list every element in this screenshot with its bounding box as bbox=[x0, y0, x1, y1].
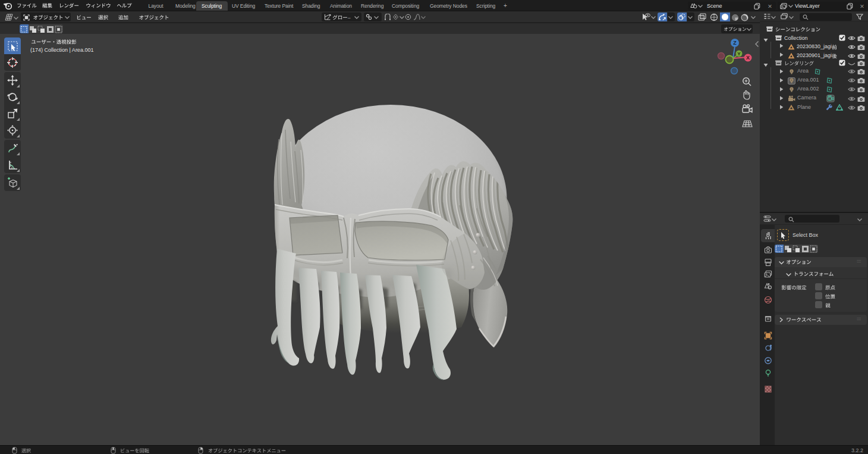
svg-text:X: X bbox=[746, 55, 750, 61]
svg-text:Y: Y bbox=[737, 51, 741, 57]
svg-text:Z: Z bbox=[733, 40, 737, 46]
